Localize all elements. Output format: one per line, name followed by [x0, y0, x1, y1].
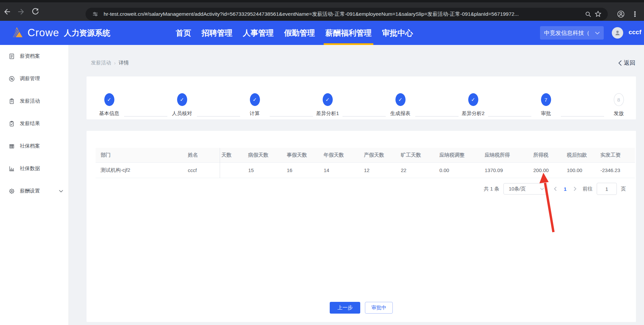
payroll-result-icon	[9, 121, 15, 127]
nav-recruitment[interactable]: 招聘管理	[202, 21, 232, 45]
company-select[interactable]: 中竞发信息科技（	[540, 26, 604, 40]
nav-salary-benefits[interactable]: 薪酬福利管理	[325, 21, 372, 45]
cell-personal-leave-days: 16	[282, 163, 319, 178]
sidebar-item-label: 发薪结果	[20, 120, 63, 127]
cell-annual-leave-days: 14	[319, 163, 359, 178]
app-header: Crowe 人力资源系统 首页 招聘管理 人事管理 假勤管理 薪酬福利管理 审批…	[0, 21, 644, 45]
step-check-icon: ✓	[177, 93, 187, 106]
chevron-left-icon	[618, 60, 622, 66]
stepper: ✓ 基本信息 ✓ 人员核对 ✓ 计算 ✓ 差异分析1 ✓ 生成报表	[87, 76, 636, 117]
page-size-select[interactable]: 10条/页	[503, 183, 548, 195]
breadcrumb-parent[interactable]: 发薪活动	[91, 60, 111, 66]
nav-attendance[interactable]: 假勤管理	[284, 21, 315, 45]
table-header-cell: 事假天数	[282, 148, 319, 163]
next-page-icon[interactable]	[571, 185, 579, 193]
browser-forward-icon[interactable]	[14, 5, 28, 19]
sidebar-item-salary-settings[interactable]: 薪酬设置	[0, 180, 68, 202]
step-generate-report[interactable]: ✓ 生成报表	[364, 93, 437, 117]
crowe-logo-icon	[9, 26, 23, 39]
approval-status-button[interactable]: 审批中	[365, 302, 393, 314]
cell-income-tax: 200.00	[528, 163, 562, 178]
sidebar-item-label: 薪酬设置	[20, 188, 54, 194]
sidebar-item-salary-adjust[interactable]: 调薪管理	[0, 67, 68, 90]
main-nav: 首页 招聘管理 人事管理 假勤管理 薪酬福利管理 审批中心	[176, 21, 413, 45]
back-button[interactable]: 返回	[618, 59, 635, 67]
table-card: 部门 姓名 天数 病假天数 事假天数 年假天数 产假天数 旷工天数 应纳税调整 …	[87, 131, 636, 322]
nav-approval-center[interactable]: 审批中心	[382, 21, 413, 45]
step-diff-analysis-1[interactable]: ✓ 差异分析1	[291, 93, 364, 117]
site-settings-icon[interactable]	[90, 9, 100, 19]
step-personnel-check[interactable]: ✓ 人员核对	[146, 93, 218, 117]
sidebar-item-label: 薪资档案	[20, 53, 63, 59]
step-basic-info[interactable]: ✓ 基本信息	[87, 93, 146, 117]
sidebar-item-label: 社保数据	[20, 165, 63, 172]
company-name: 中竞发信息科技（	[544, 29, 590, 37]
cell-taxable-adjustment: 0.00	[434, 163, 480, 178]
url-text[interactable]: hr-test.croweit.cn/#/salaryManagement/ad…	[104, 11, 580, 18]
address-bar[interactable]: hr-test.croweit.cn/#/salaryManagement/ad…	[86, 8, 608, 20]
cell-name: cccf	[183, 163, 216, 178]
payroll-activity-icon	[9, 98, 15, 104]
salary-adjust-icon	[9, 76, 15, 82]
table-header-cell: 产假天数	[359, 148, 396, 163]
bookmark-star-icon[interactable]	[593, 9, 603, 19]
step-check-icon: ✓	[468, 93, 478, 106]
breadcrumb: 发薪活动 › 详情	[91, 60, 129, 66]
pagination-total: 共 1 条	[484, 186, 499, 192]
nav-personnel[interactable]: 人事管理	[243, 21, 274, 45]
breadcrumb-separator-icon: ›	[114, 60, 116, 66]
browser-toolbar: hr-test.croweit.cn/#/salaryManagement/ad…	[0, 2, 644, 21]
step-check-icon: ✓	[250, 93, 260, 106]
social-security-archive-icon	[9, 143, 15, 149]
footer-actions: 上一步 审批中	[87, 302, 636, 314]
step-distribute[interactable]: 8 发放	[582, 93, 636, 117]
browser-menu-icon[interactable]	[628, 7, 642, 21]
sidebar-item-payroll-activity[interactable]: 发薪活动	[0, 90, 68, 112]
step-approval[interactable]: 7 审批	[509, 93, 582, 117]
prev-page-icon[interactable]	[552, 185, 559, 193]
salary-table: 部门 姓名 天数 病假天数 事假天数 年假天数 产假天数 旷工天数 应纳税调整 …	[96, 148, 635, 178]
back-label: 返回	[624, 59, 635, 67]
screen: hr-test.croweit.cn/#/salaryManagement/ad…	[0, 0, 644, 325]
table-header-cell: 实发工资	[595, 148, 635, 163]
step-check-icon: ✓	[104, 93, 114, 106]
browser-back-icon[interactable]	[0, 5, 14, 19]
table-header-cell: 年假天数	[319, 148, 359, 163]
main-content: 发薪活动 › 详情 返回 ✓ 基本信息 ✓ 人员核对 ✓ 计算	[69, 45, 644, 325]
browser-profile-icon[interactable]	[614, 7, 628, 21]
tab-strip	[0, 0, 644, 2]
chevron-down-icon	[595, 32, 600, 35]
step-calculate[interactable]: ✓ 计算	[218, 93, 291, 117]
step-check-icon: ✓	[395, 93, 406, 106]
table-header-cell: 旷工天数	[396, 148, 434, 163]
sidebar-item-label: 发薪活动	[20, 98, 63, 104]
table-header-cell: 所得税	[528, 148, 562, 163]
sidebar-item-social-security-archive[interactable]: 社保档案	[0, 135, 68, 157]
step-diff-analysis-2[interactable]: ✓ 差异分析2	[437, 93, 509, 117]
table-header-row: 部门 姓名 天数 病假天数 事假天数 年假天数 产假天数 旷工天数 应纳税调整 …	[96, 148, 635, 163]
table-header-cell: 税后扣款	[562, 148, 595, 163]
brand-name: Crowe	[28, 27, 59, 39]
app-logo: Crowe 人力资源系统	[9, 21, 110, 45]
cell-sick-leave-days: 15	[243, 163, 282, 178]
sidebar-item-salary-archive[interactable]: 薪资档案	[0, 45, 68, 67]
sidebar-item-payroll-result[interactable]: 发薪结果	[0, 112, 68, 135]
prev-step-button[interactable]: 上一步	[330, 302, 360, 314]
person-icon	[614, 30, 621, 36]
browser-reload-icon[interactable]	[28, 5, 42, 19]
cell-days	[216, 163, 243, 178]
page-number[interactable]: 1	[563, 186, 567, 192]
salary-archive-icon	[9, 53, 15, 59]
table-header-cell: 病假天数	[243, 148, 282, 163]
cell-maternity-leave-days: 12	[359, 163, 396, 178]
goto-label: 前往	[583, 186, 593, 192]
user-avatar[interactable]	[612, 27, 623, 39]
breadcrumb-current: 详情	[119, 60, 129, 66]
sidebar-item-social-security-data[interactable]: 社保数据	[0, 157, 68, 180]
goto-page-input[interactable]	[597, 183, 617, 195]
app-title: 人力资源系统	[64, 28, 110, 38]
zoom-icon[interactable]	[583, 9, 593, 19]
nav-home[interactable]: 首页	[176, 21, 191, 45]
table-header-cell: 应纳税调整	[434, 148, 480, 163]
fixed-column-shadow	[220, 148, 220, 178]
